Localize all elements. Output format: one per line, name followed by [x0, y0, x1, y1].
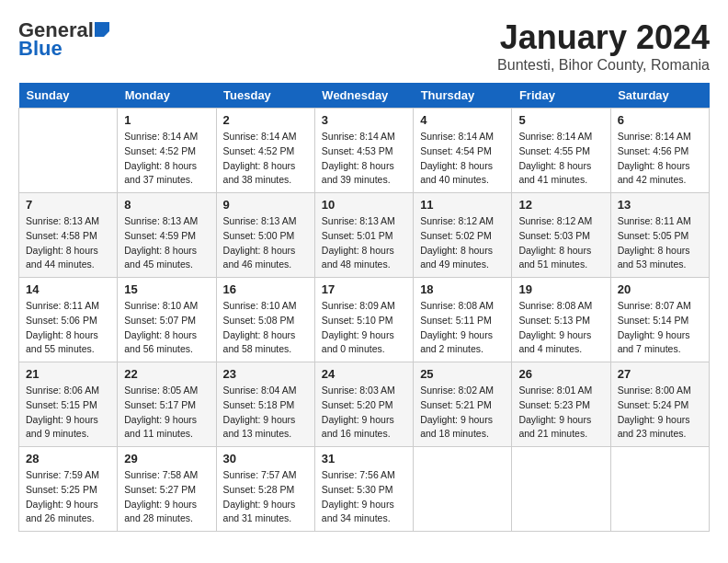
day-number: 17 — [322, 282, 406, 296]
day-info: Sunrise: 8:11 AM Sunset: 5:06 PM Dayligh… — [26, 299, 110, 357]
calendar-cell: 19Sunrise: 8:08 AM Sunset: 5:13 PM Dayli… — [512, 278, 610, 362]
calendar-cell: 20Sunrise: 8:07 AM Sunset: 5:14 PM Dayli… — [610, 278, 709, 362]
day-info: Sunrise: 8:12 AM Sunset: 5:02 PM Dayligh… — [420, 214, 505, 272]
calendar-cell: 1Sunrise: 8:14 AM Sunset: 4:52 PM Daylig… — [118, 109, 216, 193]
day-info: Sunrise: 8:14 AM Sunset: 4:55 PM Dayligh… — [518, 130, 603, 188]
day-info: Sunrise: 8:03 AM Sunset: 5:20 PM Dayligh… — [322, 384, 406, 442]
day-info: Sunrise: 8:14 AM Sunset: 4:53 PM Dayligh… — [322, 130, 406, 188]
day-number: 26 — [518, 367, 603, 381]
page-header: General Blue January 2024 Buntesti, Biho… — [18, 18, 710, 74]
calendar-week-row: 7Sunrise: 8:13 AM Sunset: 4:58 PM Daylig… — [19, 193, 710, 278]
calendar-cell — [610, 447, 709, 532]
day-info: Sunrise: 8:04 AM Sunset: 5:18 PM Dayligh… — [223, 384, 308, 442]
main-title: January 2024 — [497, 18, 710, 57]
day-number: 8 — [124, 198, 209, 212]
calendar-cell: 13Sunrise: 8:11 AM Sunset: 5:05 PM Dayli… — [610, 193, 709, 278]
day-info: Sunrise: 8:14 AM Sunset: 4:52 PM Dayligh… — [124, 130, 209, 188]
calendar-cell: 2Sunrise: 8:14 AM Sunset: 4:52 PM Daylig… — [216, 109, 314, 193]
day-number: 19 — [518, 282, 603, 296]
weekday-header: Sunday — [19, 83, 118, 109]
calendar-cell: 24Sunrise: 8:03 AM Sunset: 5:20 PM Dayli… — [314, 362, 413, 447]
day-number: 14 — [26, 282, 110, 296]
day-info: Sunrise: 8:11 AM Sunset: 5:05 PM Dayligh… — [618, 214, 702, 272]
day-number: 9 — [223, 198, 308, 212]
calendar-cell: 27Sunrise: 8:00 AM Sunset: 5:24 PM Dayli… — [610, 362, 709, 447]
weekday-header: Wednesday — [314, 83, 413, 109]
calendar-cell: 12Sunrise: 8:12 AM Sunset: 5:03 PM Dayli… — [512, 193, 610, 278]
calendar-cell: 16Sunrise: 8:10 AM Sunset: 5:08 PM Dayli… — [216, 278, 314, 362]
calendar-cell — [414, 447, 512, 532]
day-number: 7 — [26, 198, 110, 212]
calendar-week-row: 28Sunrise: 7:59 AM Sunset: 5:25 PM Dayli… — [19, 447, 710, 532]
calendar-cell: 22Sunrise: 8:05 AM Sunset: 5:17 PM Dayli… — [118, 362, 216, 447]
day-info: Sunrise: 8:14 AM Sunset: 4:52 PM Dayligh… — [223, 130, 308, 188]
day-info: Sunrise: 8:13 AM Sunset: 4:58 PM Dayligh… — [26, 214, 110, 272]
weekday-header: Friday — [512, 83, 610, 109]
calendar-cell — [19, 109, 118, 193]
day-number: 13 — [618, 198, 702, 212]
logo-icon — [95, 18, 109, 42]
calendar-week-row: 14Sunrise: 8:11 AM Sunset: 5:06 PM Dayli… — [19, 278, 710, 362]
day-info: Sunrise: 8:05 AM Sunset: 5:17 PM Dayligh… — [124, 384, 209, 442]
day-number: 11 — [420, 198, 505, 212]
day-info: Sunrise: 8:09 AM Sunset: 5:10 PM Dayligh… — [322, 299, 406, 357]
day-info: Sunrise: 8:10 AM Sunset: 5:07 PM Dayligh… — [124, 299, 209, 357]
day-number: 6 — [618, 113, 702, 127]
day-number: 21 — [26, 367, 110, 381]
calendar-cell: 21Sunrise: 8:06 AM Sunset: 5:15 PM Dayli… — [19, 362, 118, 447]
calendar-cell: 3Sunrise: 8:14 AM Sunset: 4:53 PM Daylig… — [314, 109, 413, 193]
day-info: Sunrise: 7:56 AM Sunset: 5:30 PM Dayligh… — [322, 468, 406, 526]
day-number: 28 — [26, 452, 110, 465]
calendar-cell: 26Sunrise: 8:01 AM Sunset: 5:23 PM Dayli… — [512, 362, 610, 447]
calendar-cell: 10Sunrise: 8:13 AM Sunset: 5:01 PM Dayli… — [314, 193, 413, 278]
calendar-cell: 31Sunrise: 7:56 AM Sunset: 5:30 PM Dayli… — [314, 447, 413, 532]
day-info: Sunrise: 8:13 AM Sunset: 5:00 PM Dayligh… — [223, 214, 308, 272]
calendar-week-row: 1Sunrise: 8:14 AM Sunset: 4:52 PM Daylig… — [19, 109, 710, 193]
day-info: Sunrise: 8:12 AM Sunset: 5:03 PM Dayligh… — [518, 214, 603, 272]
calendar-cell: 30Sunrise: 7:57 AM Sunset: 5:28 PM Dayli… — [216, 447, 314, 532]
day-number: 15 — [124, 282, 209, 296]
day-info: Sunrise: 8:01 AM Sunset: 5:23 PM Dayligh… — [518, 384, 603, 442]
title-block: January 2024 Buntesti, Bihor County, Rom… — [497, 18, 710, 74]
calendar-cell: 15Sunrise: 8:10 AM Sunset: 5:07 PM Dayli… — [118, 278, 216, 362]
calendar-cell: 5Sunrise: 8:14 AM Sunset: 4:55 PM Daylig… — [512, 109, 610, 193]
day-info: Sunrise: 7:58 AM Sunset: 5:27 PM Dayligh… — [124, 468, 209, 526]
calendar-cell: 6Sunrise: 8:14 AM Sunset: 4:56 PM Daylig… — [610, 109, 709, 193]
day-number: 4 — [420, 113, 505, 127]
day-number: 22 — [124, 367, 209, 381]
logo-blue: Blue — [18, 37, 63, 60]
day-number: 20 — [618, 282, 702, 296]
calendar-table: SundayMondayTuesdayWednesdayThursdayFrid… — [18, 83, 710, 532]
calendar-cell: 4Sunrise: 8:14 AM Sunset: 4:54 PM Daylig… — [414, 109, 512, 193]
day-info: Sunrise: 8:00 AM Sunset: 5:24 PM Dayligh… — [618, 384, 702, 442]
calendar-cell: 9Sunrise: 8:13 AM Sunset: 5:00 PM Daylig… — [216, 193, 314, 278]
day-info: Sunrise: 8:13 AM Sunset: 5:01 PM Dayligh… — [322, 214, 406, 272]
calendar-cell: 18Sunrise: 8:08 AM Sunset: 5:11 PM Dayli… — [414, 278, 512, 362]
day-info: Sunrise: 8:08 AM Sunset: 5:13 PM Dayligh… — [518, 299, 603, 357]
day-info: Sunrise: 7:57 AM Sunset: 5:28 PM Dayligh… — [223, 468, 308, 526]
calendar-cell: 17Sunrise: 8:09 AM Sunset: 5:10 PM Dayli… — [314, 278, 413, 362]
day-info: Sunrise: 8:14 AM Sunset: 4:54 PM Dayligh… — [420, 130, 505, 188]
day-info: Sunrise: 8:14 AM Sunset: 4:56 PM Dayligh… — [618, 130, 702, 188]
day-number: 25 — [420, 367, 505, 381]
weekday-header: Thursday — [414, 83, 512, 109]
day-number: 10 — [322, 198, 406, 212]
calendar-cell: 23Sunrise: 8:04 AM Sunset: 5:18 PM Dayli… — [216, 362, 314, 447]
day-info: Sunrise: 7:59 AM Sunset: 5:25 PM Dayligh… — [26, 468, 110, 526]
svg-marker-0 — [95, 22, 109, 37]
day-number: 2 — [223, 113, 308, 127]
weekday-header: Monday — [118, 83, 216, 109]
subtitle: Buntesti, Bihor County, Romania — [497, 57, 710, 74]
logo: General Blue — [18, 18, 110, 61]
weekday-header-row: SundayMondayTuesdayWednesdayThursdayFrid… — [19, 83, 710, 109]
calendar-cell: 29Sunrise: 7:58 AM Sunset: 5:27 PM Dayli… — [118, 447, 216, 532]
day-number: 23 — [223, 367, 308, 381]
day-number: 27 — [618, 367, 702, 381]
day-info: Sunrise: 8:07 AM Sunset: 5:14 PM Dayligh… — [618, 299, 702, 357]
day-info: Sunrise: 8:08 AM Sunset: 5:11 PM Dayligh… — [420, 299, 505, 357]
day-info: Sunrise: 8:02 AM Sunset: 5:21 PM Dayligh… — [420, 384, 505, 442]
day-number: 31 — [322, 452, 406, 465]
day-number: 12 — [518, 198, 603, 212]
day-number: 29 — [124, 452, 209, 465]
calendar-cell: 28Sunrise: 7:59 AM Sunset: 5:25 PM Dayli… — [19, 447, 118, 532]
